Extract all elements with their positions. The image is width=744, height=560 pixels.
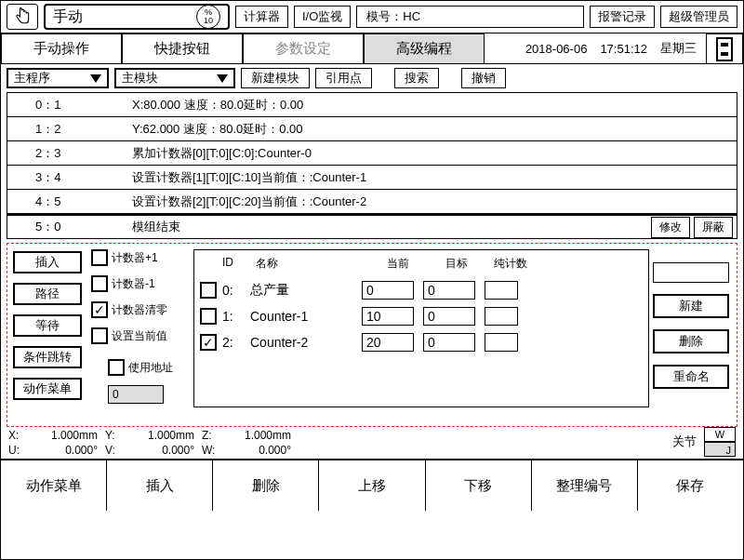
row-index: 3：4: [7, 169, 128, 186]
row-text: 设置计数器[1][T:0][C:10]当前值：:Counter-1: [128, 169, 737, 186]
bottom-insert-button[interactable]: 插入: [107, 460, 213, 511]
row-text: 累加计数器[0][T:0][C:0]:Counter-0: [128, 145, 737, 162]
address-value-field[interactable]: 0: [108, 385, 164, 404]
action-menu-button[interactable]: 动作菜单: [13, 378, 82, 400]
row-select-checkbox-checked[interactable]: [200, 334, 217, 351]
main-module-dropdown[interactable]: 主模块: [114, 68, 235, 88]
row-index: 5：0: [7, 219, 128, 235]
program-list: 0：1 X:80.000 速度：80.0延时：0.00 1：2 Y:62.000…: [7, 92, 737, 239]
new-module-button[interactable]: 新建模块: [241, 68, 310, 88]
program-row[interactable]: 5：0 模组结束 修改 屏蔽: [7, 214, 737, 238]
wait-button[interactable]: 等待: [13, 314, 82, 337]
counter-row[interactable]: 2: Counter-2 20 0: [200, 329, 643, 355]
main-program-dropdown[interactable]: 主程序: [7, 68, 109, 88]
date-text: 2018-06-06: [525, 42, 588, 56]
counter-id: 2:: [222, 335, 250, 350]
coord-x-label: X:: [8, 429, 25, 444]
calculator-button[interactable]: 计算器: [235, 6, 288, 28]
tab-quick-buttons[interactable]: 快捷按钮: [122, 33, 243, 64]
counter-pure-field[interactable]: [485, 307, 518, 326]
joint-w-box: W: [704, 427, 736, 442]
bottom-movedown-button[interactable]: 下移: [426, 460, 532, 511]
program-row[interactable]: 1：2 Y:62.000 速度：80.0延时：0.00: [7, 117, 737, 141]
modify-button[interactable]: 修改: [651, 217, 690, 238]
program-row[interactable]: 4：5 设置计数器[2][T:0][C:20]当前值：:Counter-2: [7, 190, 737, 214]
row-select-checkbox[interactable]: [200, 282, 217, 299]
program-row[interactable]: 3：4 设置计数器[1][T:0][C:10]当前值：:Counter-1: [7, 166, 737, 190]
counter-id: 1:: [222, 309, 250, 324]
counter-pure-field[interactable]: [485, 281, 518, 300]
mask-button[interactable]: 屏蔽: [694, 217, 733, 238]
ref-point-button[interactable]: 引用点: [315, 68, 372, 88]
counter-row[interactable]: 1: Counter-1 10 0: [200, 303, 643, 329]
counter-dec-check[interactable]: 计数器-1: [91, 275, 186, 292]
top-bar: 手动 % 10 计算器 I/O监视 模号：HC 报警记录 超级管理员: [1, 1, 743, 33]
insert-button[interactable]: 插入: [13, 251, 82, 273]
bottom-moveup-button[interactable]: 上移: [319, 460, 425, 511]
counter-current-field[interactable]: 10: [362, 307, 414, 326]
checkbox-checked-icon: [91, 301, 108, 318]
coord-u-label: U:: [8, 444, 25, 459]
checkbox-icon: [108, 359, 125, 376]
bottom-delete-button[interactable]: 删除: [213, 460, 319, 511]
right-button-column: 新建 删除 重命名: [653, 244, 737, 426]
left-button-column: 插入 路径 等待 条件跳转 动作菜单: [7, 244, 87, 426]
program-row[interactable]: 0：1 X:80.000 速度：80.0延时：0.00: [7, 93, 737, 117]
speed-val: 10: [204, 17, 213, 25]
set-current-check[interactable]: 设置当前值: [91, 327, 186, 344]
check-label: 计数器+1: [112, 250, 158, 266]
rename-counter-button[interactable]: 重命名: [653, 365, 729, 389]
coordinate-bar: X:1.000mm Y:1.000mm Z:1.000mm U:0.000° V…: [1, 427, 743, 459]
hand-mode-icon[interactable]: [7, 4, 38, 30]
bottom-renumber-button[interactable]: 整理编号: [532, 460, 638, 511]
coord-y-value: 1.000mm: [129, 429, 194, 444]
cond-jump-button[interactable]: 条件跳转: [13, 346, 82, 368]
counter-current-field[interactable]: 0: [362, 281, 414, 300]
header-name: 名称: [256, 256, 367, 272]
coord-y-label: Y:: [105, 429, 122, 444]
header-current: 当前: [367, 256, 429, 272]
blank-box: [653, 262, 729, 283]
coord-z-value: 1.000mm: [226, 429, 291, 444]
program-row[interactable]: 2：3 累加计数器[0][T:0][C:0]:Counter-0: [7, 141, 737, 166]
tab-advanced-program[interactable]: 高级编程: [364, 33, 485, 64]
checkbox-icon: [91, 327, 108, 344]
mode-display[interactable]: 手动 % 10: [44, 4, 230, 30]
counter-current-field[interactable]: 20: [362, 333, 414, 352]
alarm-log-button[interactable]: 报警记录: [590, 6, 655, 28]
counter-target-field[interactable]: 0: [423, 281, 475, 300]
super-admin-button[interactable]: 超级管理员: [660, 6, 737, 28]
checkbox-icon: [91, 249, 108, 266]
new-counter-button[interactable]: 新建: [653, 294, 729, 318]
joint-mode-toggle[interactable]: 关节 W J: [672, 427, 736, 457]
weekday-text: 星期三: [660, 40, 697, 57]
coord-v-value: 0.000°: [129, 444, 194, 459]
use-address-check[interactable]: 使用地址: [108, 359, 186, 376]
counter-target-field[interactable]: 0: [423, 333, 475, 352]
counter-inc-check[interactable]: 计数器+1: [91, 249, 186, 266]
bottom-action-menu-button[interactable]: 动作菜单: [1, 460, 107, 511]
counter-clear-check[interactable]: 计数器清零: [91, 301, 186, 318]
coord-z-label: Z:: [202, 429, 219, 444]
selectors-row: 主程序 主模块 新建模块 引用点 搜索 撤销: [1, 64, 743, 92]
checkbox-icon: [91, 275, 108, 292]
counter-id: 0:: [222, 283, 250, 298]
path-button[interactable]: 路径: [13, 283, 82, 305]
coord-w-label: W:: [202, 444, 219, 459]
search-button[interactable]: 搜索: [394, 68, 439, 88]
side-indicator-icon[interactable]: [706, 33, 743, 64]
row-index: 2：3: [7, 145, 128, 162]
counter-row[interactable]: 0: 总产量 0 0: [200, 277, 643, 303]
counter-pure-field[interactable]: [485, 333, 518, 352]
undo-button[interactable]: 撤销: [461, 68, 506, 88]
tab-param-set[interactable]: 参数设定: [243, 33, 364, 64]
tab-manual-operate[interactable]: 手动操作: [1, 33, 122, 64]
row-text: Y:62.000 速度：80.0延时：0.00: [128, 121, 737, 138]
io-monitor-button[interactable]: I/O监视: [294, 6, 351, 28]
bottom-save-button[interactable]: 保存: [638, 460, 743, 511]
counter-target-field[interactable]: 0: [423, 307, 475, 326]
row-index: 0：1: [7, 97, 128, 113]
row-text: 设置计数器[2][T:0][C:20]当前值：:Counter-2: [128, 193, 737, 210]
delete-counter-button[interactable]: 删除: [653, 329, 729, 353]
row-select-checkbox[interactable]: [200, 308, 217, 325]
